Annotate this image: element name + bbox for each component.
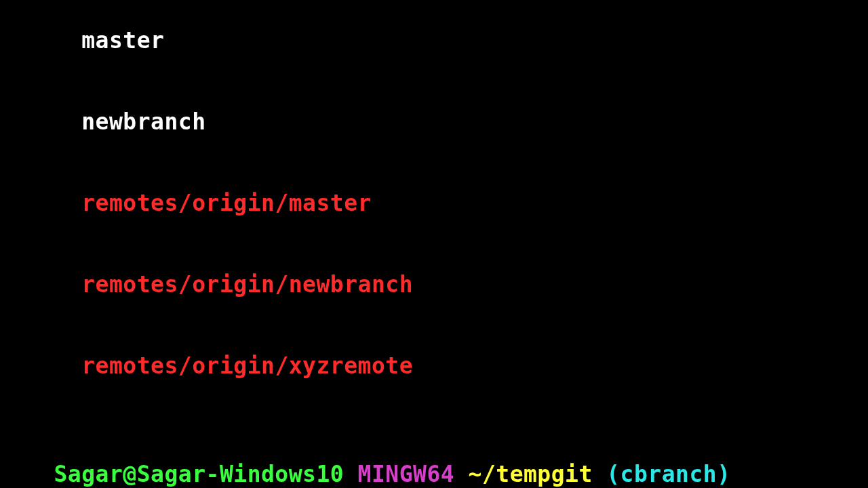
branch-list-item: remotes/origin/master [0, 163, 867, 244]
indent [54, 27, 81, 54]
branch-list-item: remotes/origin/xyzremote [0, 325, 867, 407]
blank-line [0, 407, 867, 434]
indent [54, 352, 81, 379]
indent [54, 190, 81, 216]
prompt-userhost: Sagar@Sagar-Windows10 [54, 461, 357, 487]
prompt-path: ~/tempgit [469, 461, 607, 487]
prompt-env: MINGW64 [358, 461, 469, 487]
remote-branch: remotes/origin/master [81, 190, 372, 216]
branch-list-item: remotes/origin/newbranch [0, 244, 867, 325]
local-branch: master [81, 27, 164, 54]
remote-branch: remotes/origin/xyzremote [81, 352, 413, 379]
local-branch: newbranch [81, 108, 205, 135]
prompt-line: Sagar@Sagar-Windows10 MINGW64 ~/tempgit … [0, 434, 867, 488]
branch-list-item: master [0, 0, 867, 81]
terminal-window[interactable]: master newbranch remotes/origin/master r… [0, 0, 868, 488]
indent [54, 108, 81, 135]
indent [54, 271, 81, 298]
prompt-branch: (cbranch) [606, 461, 730, 487]
branch-list-item: newbranch [0, 81, 867, 163]
remote-branch: remotes/origin/newbranch [81, 271, 413, 298]
